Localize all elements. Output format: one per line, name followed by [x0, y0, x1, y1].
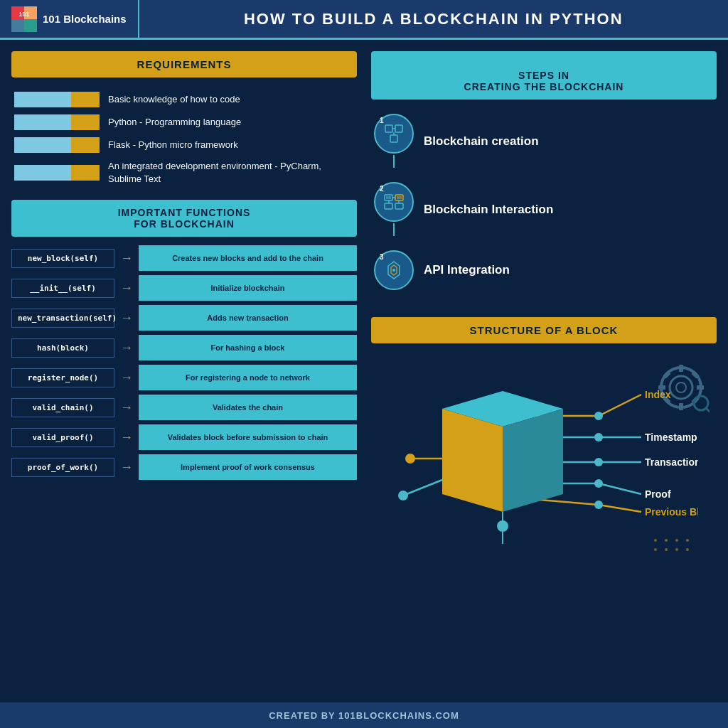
- block-label-timestamp: Timestamp In Unix Time: [645, 432, 698, 443]
- step-circle: 2: [374, 182, 414, 222]
- svg-line-57: [407, 480, 442, 494]
- arrow-icon: →: [120, 400, 133, 415]
- svg-point-52: [686, 548, 689, 551]
- page-title: HOW TO BUILD A BLOCKCHAIN IN PYTHON: [139, 10, 728, 28]
- list-item: 2: [374, 182, 714, 237]
- svg-rect-2: [11, 19, 24, 32]
- svg-point-25: [670, 376, 692, 399]
- func-desc: For hashing a block: [139, 335, 357, 360]
- blockchain-creation-icon: [382, 122, 405, 145]
- footer: CREATED BY 101BLOCKCHAINS.COM: [0, 702, 728, 728]
- list-item: Flask - Python micro framework: [14, 137, 354, 153]
- footer-text: CREATED BY 101BLOCKCHAINS.COM: [269, 710, 459, 721]
- req-bar-yellow: [71, 165, 100, 181]
- req-bar-yellow: [71, 92, 100, 107]
- gear-icon: [653, 359, 710, 419]
- step-number: 3: [380, 253, 384, 261]
- svg-rect-30: [697, 385, 704, 390]
- svg-point-40: [594, 479, 603, 488]
- arrow-icon: →: [120, 460, 133, 475]
- req-bar: [14, 137, 100, 153]
- svg-rect-17: [395, 203, 403, 209]
- svg-point-23: [392, 269, 395, 272]
- req-bar-blue: [14, 137, 71, 153]
- list-item: valid_proof() → Validates block before s…: [11, 424, 357, 450]
- list-item: valid_chain() → Validates the chain: [11, 395, 357, 420]
- func-name: valid_proof(): [11, 428, 114, 447]
- logo-text: 101 Blockchains: [43, 13, 127, 25]
- steps-header: STEPS IN CREATING THE BLOCKCHAIN: [371, 51, 717, 100]
- req-bar-blue: [14, 165, 71, 181]
- func-name: new_transaction(self): [11, 309, 114, 328]
- header: 101 101 Blockchains HOW TO BUILD A BLOCK…: [0, 0, 728, 40]
- functions-header: IMPORTANT FUNCTIONS FOR BLOCKCHAIN: [11, 200, 357, 237]
- block-label-transactions: Transactions List: [645, 456, 698, 468]
- svg-point-46: [665, 539, 668, 542]
- arrow-icon: →: [120, 430, 133, 445]
- svg-point-37: [594, 412, 603, 420]
- arrow-icon: →: [120, 311, 133, 326]
- svg-point-58: [398, 491, 408, 500]
- func-desc: Validates the chain: [139, 395, 357, 420]
- func-desc: For registering a node to network: [139, 365, 357, 390]
- svg-point-41: [594, 500, 603, 509]
- svg-point-51: [675, 548, 678, 551]
- steps-title: STEPS IN CREATING THE BLOCKCHAIN: [464, 70, 624, 92]
- svg-point-48: [686, 539, 689, 542]
- svg-rect-6: [395, 125, 402, 132]
- svg-rect-5: [385, 125, 392, 132]
- req-text: Basic knowledge of how to code: [108, 93, 240, 106]
- func-name: __init__(self): [11, 279, 114, 298]
- list-item: __init__(self) → Initialize blockchain: [11, 275, 357, 301]
- list-item: Basic knowledge of how to code: [14, 92, 354, 107]
- list-item: Python - Programming language: [14, 114, 354, 130]
- right-column: STEPS IN CREATING THE BLOCKCHAIN 1: [364, 51, 717, 691]
- steps-list: 1 Blockchain creation: [371, 108, 717, 309]
- func-desc: Adds new transaction: [139, 305, 357, 331]
- req-text: An integrated development environment - …: [108, 160, 354, 186]
- svg-rect-29: [658, 385, 665, 390]
- list-item: hash(block) → For hashing a block: [11, 335, 357, 360]
- svg-point-39: [594, 458, 603, 466]
- svg-point-50: [665, 548, 668, 551]
- arrow-icon: →: [120, 251, 133, 266]
- req-bar-yellow: [71, 137, 100, 153]
- api-integration-icon: [382, 259, 405, 282]
- step-circle-container: 2: [374, 182, 414, 237]
- block-label-prev-hash: Previous Block Hash: [645, 506, 698, 518]
- functions-title: IMPORTANT FUNCTIONS FOR BLOCKCHAIN: [118, 207, 251, 230]
- req-bar-blue: [14, 114, 71, 130]
- requirements-header: REQUIREMENTS: [11, 51, 357, 77]
- svg-point-45: [654, 539, 657, 542]
- step-connector: [393, 223, 395, 236]
- svg-rect-16: [385, 203, 392, 209]
- svg-point-47: [675, 539, 678, 542]
- func-desc: Implement proof of work consensus: [139, 454, 357, 480]
- func-name: hash(block): [11, 338, 114, 358]
- step-label: API Integration: [424, 263, 510, 277]
- step-connector: [393, 155, 395, 168]
- svg-rect-27: [679, 365, 683, 372]
- svg-rect-3: [24, 19, 37, 32]
- blockchain-interaction-icon: [382, 191, 405, 213]
- func-desc: Creates new blocks and add to the chain: [139, 245, 357, 271]
- step-number: 1: [380, 117, 384, 124]
- arrow-icon: →: [120, 281, 133, 296]
- svg-rect-7: [390, 135, 397, 142]
- list-item: new_transaction(self) → Adds new transac…: [11, 305, 357, 331]
- logo-icon: 101: [11, 6, 37, 32]
- func-name: register_node(): [11, 368, 114, 387]
- svg-line-36: [706, 408, 710, 413]
- req-bar-yellow: [71, 114, 100, 130]
- svg-point-49: [654, 548, 657, 551]
- svg-rect-13: [395, 195, 403, 200]
- block-structure-visual: Index Timestamp In Unix Time Transaction…: [371, 352, 717, 691]
- req-bar: [14, 165, 100, 181]
- req-text: Python - Programming language: [108, 116, 241, 129]
- svg-rect-10: [385, 195, 392, 200]
- arrow-icon: →: [120, 341, 133, 355]
- logo: 101 101 Blockchains: [0, 0, 139, 38]
- svg-point-56: [405, 454, 415, 464]
- svg-text:101: 101: [18, 11, 29, 18]
- step-circle-container: 3: [374, 250, 414, 290]
